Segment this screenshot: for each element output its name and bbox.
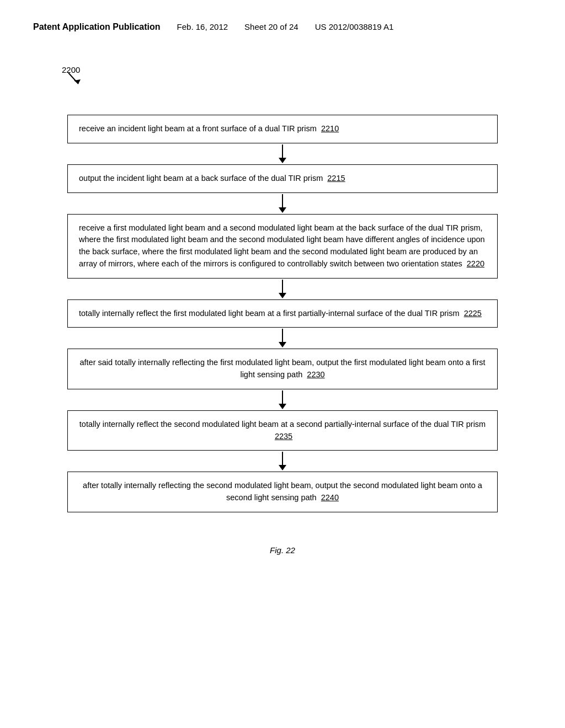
header-date: Feb. 16, 2012 (177, 22, 228, 31)
box7-text: after totally internally reflecting the … (83, 481, 482, 502)
page: Patent Application Publication Feb. 16, … (0, 0, 565, 728)
flow-box-2230: after said totally internally reflecting… (67, 349, 498, 389)
flow-box-2220: receive a first modulated light beam and… (67, 214, 498, 279)
arrow-3 (279, 280, 286, 298)
flow-box-2215: output the incident light beam at a back… (67, 164, 498, 193)
diagram-arrow (63, 72, 85, 88)
box4-ref: 2225 (464, 309, 482, 318)
box4-text: totally internally reflect the first mod… (79, 309, 482, 318)
diagram-area: 2200 receive an incident light beam at a… (33, 65, 532, 555)
box3-ref: 2220 (467, 259, 484, 268)
flow-container: receive an incident light beam at a fron… (67, 115, 498, 512)
box2-text: output the incident light beam at a back… (79, 174, 345, 183)
header-title: Patent Application Publication (33, 22, 161, 32)
header-sheet: Sheet 20 of 24 (244, 22, 299, 31)
box5-text: after said totally internally reflecting… (79, 358, 485, 379)
header: Patent Application Publication Feb. 16, … (33, 22, 532, 32)
box1-ref: 2210 (321, 124, 339, 133)
arrow-2 (279, 194, 286, 213)
box1-text: receive an incident light beam at a fron… (79, 124, 339, 133)
header-patent: US 2012/0038819 A1 (315, 22, 394, 31)
arrow-1 (279, 144, 286, 163)
flow-box-2235: totally internally reflect the second mo… (67, 410, 498, 451)
box6-text: totally internally reflect the second mo… (79, 420, 486, 441)
flow-box-2225: totally internally reflect the first mod… (67, 299, 498, 328)
diagram-label-area: 2200 (62, 65, 492, 93)
flow-box-2240: after totally internally reflecting the … (67, 472, 498, 512)
box7-ref: 2240 (321, 493, 339, 502)
box5-ref: 2230 (307, 370, 324, 379)
figure-caption: Fig. 22 (270, 545, 295, 555)
box2-ref: 2215 (327, 174, 345, 183)
arrow-4 (279, 329, 286, 347)
box6-ref: 2235 (275, 432, 292, 441)
flow-box-2210: receive an incident light beam at a fron… (67, 115, 498, 143)
arrow-6 (279, 452, 286, 470)
arrow-5 (279, 390, 286, 409)
box3-text: receive a first modulated light beam and… (79, 223, 485, 268)
